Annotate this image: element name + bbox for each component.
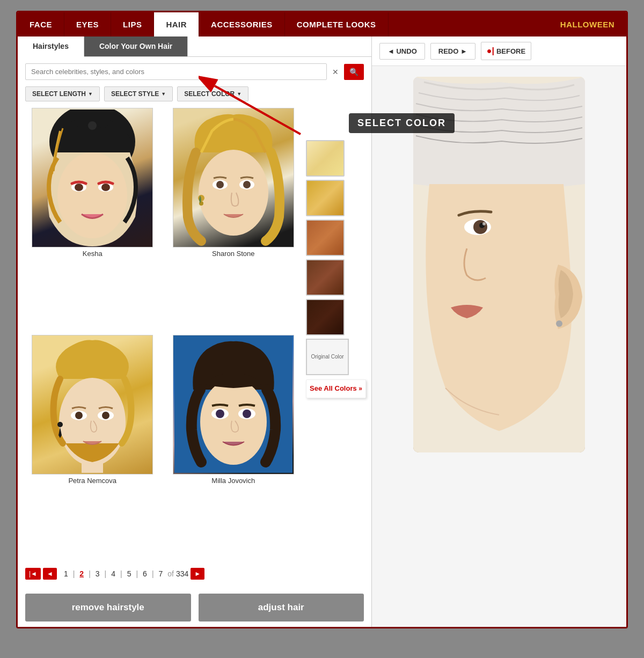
svg-point-3: [75, 184, 83, 191]
svg-point-28: [556, 320, 562, 327]
svg-point-19: [102, 412, 109, 419]
celebrity-name-petra-nemcova: Petra Nemcova: [68, 477, 116, 485]
swatch-medium-brown[interactable]: [306, 259, 345, 296]
svg-point-22: [200, 379, 267, 465]
undo-button[interactable]: ◄ UNDO: [379, 43, 425, 60]
svg-point-5: [101, 184, 110, 191]
swatch-auburn[interactable]: [306, 220, 345, 256]
celebrity-name-sharon-stone: Sharon Stone: [212, 250, 255, 258]
page-3[interactable]: 3: [93, 568, 103, 579]
page-7[interactable]: 7: [156, 568, 166, 579]
grid-color-wrapper: Kesha: [18, 108, 371, 559]
swatch-golden-blonde[interactable]: [306, 180, 345, 216]
swatch-light-blonde[interactable]: [306, 140, 345, 177]
nav-item-lips[interactable]: LIPS: [111, 12, 154, 36]
bottom-buttons: remove hairstyle adjust hair: [18, 588, 371, 627]
kesha-face: [32, 108, 152, 247]
page-4[interactable]: 4: [108, 568, 118, 579]
svg-point-1: [57, 152, 127, 238]
svg-point-26: [243, 410, 251, 418]
nav-item-accessories[interactable]: ACCESSORIES: [199, 12, 285, 36]
app-container: FACE EYES LIPS HAIR ACCESSORIES COMPLETE…: [16, 11, 628, 628]
celebrity-name-kesha: Kesha: [83, 250, 103, 258]
nav-item-face[interactable]: FACE: [18, 12, 64, 36]
panel-tabs: Hairstyles Color Your Own Hair: [18, 36, 371, 57]
nav-item-halloween[interactable]: HALLOWEEN: [548, 12, 626, 36]
pagination-next-button[interactable]: ►: [191, 568, 204, 580]
celebrity-photo-kesha[interactable]: [32, 108, 153, 247]
main-area: Hairstyles Color Your Own Hair ✕ 🔍 SELEC…: [18, 36, 626, 627]
select-color-tooltip: SELECT COLOR: [349, 113, 455, 133]
search-input[interactable]: [25, 63, 327, 80]
svg-point-17: [75, 412, 83, 419]
redo-button[interactable]: REDO ►: [430, 43, 475, 60]
before-button[interactable]: ●| BEFORE: [481, 42, 531, 60]
petra-face: [32, 335, 152, 474]
nav-item-complete-looks[interactable]: COMPLETE LOOKS: [285, 12, 389, 36]
filter-bar: SELECT LENGTH SELECT STYLE SELECT COLOR: [18, 86, 371, 108]
nav-item-hair[interactable]: HAIR: [154, 12, 199, 36]
right-toolbar: ◄ UNDO REDO ► ●| BEFORE: [372, 36, 626, 66]
svg-point-11: [243, 181, 251, 188]
nav-item-eyes[interactable]: EYES: [64, 12, 111, 36]
color-swatches: Original Color: [306, 140, 349, 375]
page-6[interactable]: 6: [140, 568, 150, 579]
celebrity-photo-sharon-stone[interactable]: [173, 108, 294, 247]
page-1[interactable]: 1: [61, 568, 71, 579]
celebrity-grid: Kesha: [23, 108, 303, 559]
nav-bar: FACE EYES LIPS HAIR ACCESSORIES COMPLETE…: [18, 12, 626, 36]
svg-point-20: [57, 422, 63, 427]
face-svg: [413, 77, 585, 452]
remove-hairstyle-button[interactable]: remove hairstyle: [25, 594, 191, 622]
celebrity-item-kesha[interactable]: Kesha: [23, 108, 162, 333]
svg-point-24: [216, 410, 224, 418]
tab-hairstyles[interactable]: Hairstyles: [18, 36, 84, 57]
swatch-original-color[interactable]: Original Color: [306, 339, 349, 375]
svg-point-7: [199, 150, 268, 236]
page-2[interactable]: 2: [77, 568, 86, 579]
search-bar: ✕ 🔍: [18, 57, 371, 86]
filter-color-button[interactable]: SELECT COLOR: [177, 86, 248, 101]
svg-point-6: [88, 121, 97, 130]
page-5[interactable]: 5: [125, 568, 134, 579]
see-all-colors-button[interactable]: See All Colors »: [306, 379, 366, 398]
celebrity-item-sharon-stone[interactable]: Sharon Stone: [164, 108, 303, 333]
adjust-hair-button[interactable]: adjust hair: [199, 594, 364, 622]
celebrity-item-milla-jovovich[interactable]: Milla Jovovich: [164, 335, 303, 560]
filter-style-button[interactable]: SELECT STYLE: [104, 86, 173, 101]
celebrity-photo-petra-nemcova[interactable]: [32, 335, 153, 474]
celebrity-item-petra-nemcova[interactable]: Petra Nemcova: [23, 335, 162, 560]
before-dot-icon: ●|: [487, 46, 494, 56]
color-panel: SELECT COLOR Original Color See All C: [306, 108, 366, 559]
swatch-dark-brown[interactable]: [306, 299, 345, 335]
search-submit-button[interactable]: 🔍: [344, 64, 364, 80]
pagination-first-button[interactable]: |◄: [25, 568, 41, 580]
total-items: 334: [176, 569, 188, 578]
pagination: |◄ ◄ 1 | 2 | 3 | 4 | 5 | 6 | 7 of 334 ►: [18, 559, 371, 588]
left-panel: Hairstyles Color Your Own Hair ✕ 🔍 SELEC…: [18, 36, 372, 627]
search-clear-button[interactable]: ✕: [330, 67, 341, 77]
sharon-face: [173, 108, 294, 247]
face-preview: [372, 66, 626, 627]
filter-length-button[interactable]: SELECT LENGTH: [25, 86, 100, 101]
milla-face: [173, 335, 294, 474]
tab-color-own-hair[interactable]: Color Your Own Hair: [84, 36, 188, 56]
svg-point-12: [198, 195, 204, 201]
celebrity-photo-milla-jovovich[interactable]: [173, 335, 294, 474]
face-image: [413, 77, 585, 452]
chevrons-icon: »: [358, 385, 362, 392]
svg-point-32: [482, 222, 486, 225]
celebrity-name-milla-jovovich: Milla Jovovich: [211, 477, 255, 485]
svg-point-9: [216, 181, 224, 188]
pagination-prev-button[interactable]: ◄: [43, 568, 57, 580]
